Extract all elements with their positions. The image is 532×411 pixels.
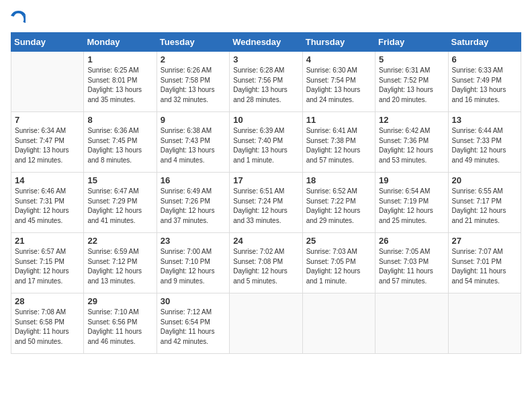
day-number: 13 <box>452 115 517 125</box>
daylight: Daylight: 12 hours and 5 minutes. <box>233 267 287 285</box>
sunset: Sunset: 6:56 PM <box>87 318 137 326</box>
daylight: Daylight: 12 hours and 37 minutes. <box>161 207 215 224</box>
day-number: 26 <box>379 236 444 246</box>
sunrise: Sunrise: 7:00 AM <box>161 248 212 255</box>
day-number: 22 <box>87 236 152 246</box>
day-info: Sunrise: 6:34 AM Sunset: 7:47 PM Dayligh… <box>15 126 80 165</box>
sunset: Sunset: 7:12 PM <box>87 258 137 265</box>
daylight: Daylight: 12 hours and 21 minutes. <box>452 207 506 224</box>
sunrise: Sunrise: 6:46 AM <box>15 187 66 195</box>
logo <box>11 11 28 26</box>
day-info: Sunrise: 6:54 AM Sunset: 7:19 PM Dayligh… <box>379 187 444 226</box>
calendar-cell: 6 Sunrise: 6:33 AM Sunset: 7:49 PM Dayli… <box>448 52 521 112</box>
daylight: Daylight: 13 hours and 8 minutes. <box>87 146 142 164</box>
sunset: Sunset: 7:26 PM <box>161 197 210 205</box>
daylight: Daylight: 12 hours and 53 minutes. <box>379 146 433 164</box>
week-row: 7 Sunrise: 6:34 AM Sunset: 7:47 PM Dayli… <box>11 112 521 173</box>
daylight: Daylight: 12 hours and 33 minutes. <box>233 207 287 224</box>
day-number: 18 <box>306 175 371 185</box>
sunrise: Sunrise: 6:34 AM <box>15 127 66 134</box>
sunrise: Sunrise: 6:38 AM <box>161 127 212 134</box>
sunrise: Sunrise: 6:28 AM <box>233 66 284 74</box>
calendar-cell <box>375 293 448 354</box>
sunrise: Sunrise: 6:47 AM <box>87 187 138 195</box>
sunset: Sunset: 7:31 PM <box>15 197 64 205</box>
day-number: 25 <box>306 236 371 246</box>
day-info: Sunrise: 6:57 AM Sunset: 7:15 PM Dayligh… <box>15 247 80 286</box>
day-number: 2 <box>161 54 226 64</box>
daylight: Daylight: 12 hours and 9 minutes. <box>161 267 215 285</box>
calendar-cell: 22 Sunrise: 6:59 AM Sunset: 7:12 PM Dayl… <box>84 233 157 293</box>
day-info: Sunrise: 6:25 AM Sunset: 8:01 PM Dayligh… <box>87 66 152 105</box>
sunrise: Sunrise: 6:41 AM <box>306 127 357 134</box>
day-number: 23 <box>161 236 226 246</box>
sunrise: Sunrise: 6:49 AM <box>161 187 212 195</box>
week-row: 28 Sunrise: 7:08 AM Sunset: 6:58 PM Dayl… <box>11 293 521 354</box>
sunset: Sunset: 7:10 PM <box>161 258 210 265</box>
day-number: 3 <box>233 54 298 64</box>
daylight: Daylight: 12 hours and 29 minutes. <box>306 207 361 224</box>
calendar-cell: 17 Sunrise: 6:51 AM Sunset: 7:24 PM Dayl… <box>230 173 302 233</box>
calendar-cell <box>448 293 521 354</box>
sunrise: Sunrise: 6:30 AM <box>306 66 357 74</box>
day-info: Sunrise: 7:00 AM Sunset: 7:10 PM Dayligh… <box>161 247 226 286</box>
calendar-table: SundayMondayTuesdayWednesdayThursdayFrid… <box>11 32 521 354</box>
calendar-cell: 12 Sunrise: 6:42 AM Sunset: 7:36 PM Dayl… <box>375 112 448 173</box>
day-number: 6 <box>452 54 517 64</box>
calendar-cell: 23 Sunrise: 7:00 AM Sunset: 7:10 PM Dayl… <box>157 233 229 293</box>
calendar-cell: 10 Sunrise: 6:39 AM Sunset: 7:40 PM Dayl… <box>230 112 302 173</box>
day-info: Sunrise: 7:05 AM Sunset: 7:03 PM Dayligh… <box>379 247 444 286</box>
sunset: Sunset: 8:01 PM <box>87 77 137 84</box>
calendar-cell: 1 Sunrise: 6:25 AM Sunset: 8:01 PM Dayli… <box>84 52 157 112</box>
calendar-cell: 16 Sunrise: 6:49 AM Sunset: 7:26 PM Dayl… <box>157 173 229 233</box>
day-number: 14 <box>15 175 80 185</box>
day-number: 24 <box>233 236 298 246</box>
day-number: 17 <box>233 175 298 185</box>
weekday-header: Sunday <box>11 33 84 52</box>
day-info: Sunrise: 6:59 AM Sunset: 7:12 PM Dayligh… <box>87 247 152 286</box>
daylight: Daylight: 13 hours and 16 minutes. <box>452 86 506 103</box>
day-info: Sunrise: 7:08 AM Sunset: 6:58 PM Dayligh… <box>15 308 80 347</box>
calendar-cell: 24 Sunrise: 7:02 AM Sunset: 7:08 PM Dayl… <box>230 233 302 293</box>
day-number: 9 <box>161 115 226 125</box>
sunset: Sunset: 7:08 PM <box>233 258 283 265</box>
daylight: Daylight: 11 hours and 54 minutes. <box>452 267 506 285</box>
daylight: Daylight: 11 hours and 46 minutes. <box>87 328 142 345</box>
weekday-header: Wednesday <box>230 33 302 52</box>
sunrise: Sunrise: 6:42 AM <box>379 127 430 134</box>
calendar-cell <box>11 52 84 112</box>
calendar-cell: 29 Sunrise: 7:10 AM Sunset: 6:56 PM Dayl… <box>84 293 157 354</box>
daylight: Daylight: 13 hours and 24 minutes. <box>306 86 361 103</box>
daylight: Daylight: 13 hours and 28 minutes. <box>233 86 287 103</box>
week-row: 1 Sunrise: 6:25 AM Sunset: 8:01 PM Dayli… <box>11 52 521 112</box>
sunset: Sunset: 7:38 PM <box>306 137 356 144</box>
day-info: Sunrise: 6:46 AM Sunset: 7:31 PM Dayligh… <box>15 187 80 226</box>
day-number: 20 <box>452 175 517 185</box>
day-info: Sunrise: 7:10 AM Sunset: 6:56 PM Dayligh… <box>87 308 152 347</box>
daylight: Daylight: 13 hours and 12 minutes. <box>15 146 69 164</box>
calendar-cell <box>230 293 302 354</box>
sunset: Sunset: 7:15 PM <box>15 258 64 265</box>
sunset: Sunset: 7:17 PM <box>452 197 502 205</box>
sunrise: Sunrise: 6:39 AM <box>233 127 284 134</box>
day-number: 11 <box>306 115 371 125</box>
daylight: Daylight: 11 hours and 57 minutes. <box>379 267 433 285</box>
calendar-cell: 2 Sunrise: 6:26 AM Sunset: 7:58 PM Dayli… <box>157 52 229 112</box>
sunset: Sunset: 6:58 PM <box>15 318 64 326</box>
daylight: Daylight: 11 hours and 42 minutes. <box>161 328 215 345</box>
sunset: Sunset: 7:52 PM <box>379 77 429 84</box>
daylight: Daylight: 13 hours and 4 minutes. <box>161 146 215 164</box>
sunrise: Sunrise: 6:59 AM <box>87 248 138 255</box>
daylight: Daylight: 12 hours and 45 minutes. <box>15 207 69 224</box>
sunrise: Sunrise: 6:57 AM <box>15 248 66 255</box>
day-info: Sunrise: 6:42 AM Sunset: 7:36 PM Dayligh… <box>379 126 444 165</box>
day-info: Sunrise: 7:03 AM Sunset: 7:05 PM Dayligh… <box>306 247 371 286</box>
day-info: Sunrise: 6:30 AM Sunset: 7:54 PM Dayligh… <box>306 66 371 105</box>
daylight: Daylight: 12 hours and 13 minutes. <box>87 267 142 285</box>
calendar-cell: 21 Sunrise: 6:57 AM Sunset: 7:15 PM Dayl… <box>11 233 84 293</box>
daylight: Daylight: 12 hours and 25 minutes. <box>379 207 433 224</box>
sunrise: Sunrise: 7:10 AM <box>87 308 138 316</box>
day-info: Sunrise: 6:47 AM Sunset: 7:29 PM Dayligh… <box>87 187 152 226</box>
calendar-cell: 19 Sunrise: 6:54 AM Sunset: 7:19 PM Dayl… <box>375 173 448 233</box>
day-number: 21 <box>15 236 80 246</box>
